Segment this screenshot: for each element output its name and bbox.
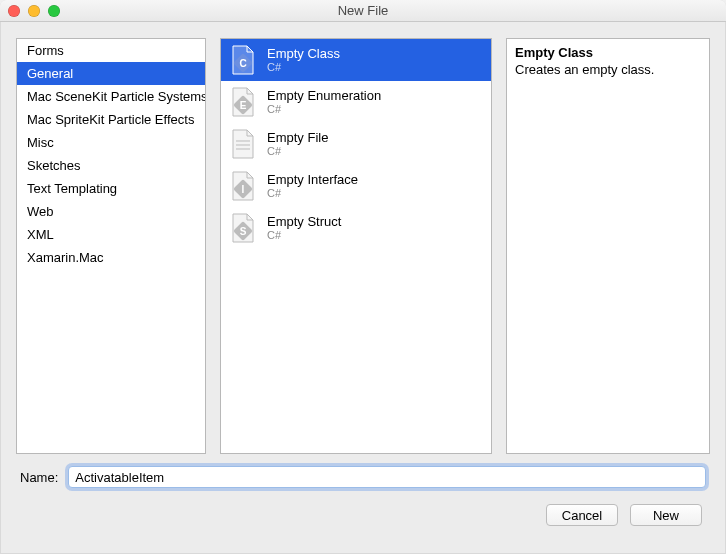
category-item[interactable]: Mac SceneKit Particle Systems [17,85,205,108]
template-lang: C# [267,103,381,116]
name-row: Name: [16,466,710,492]
cancel-button[interactable]: Cancel [546,504,618,526]
template-item[interactable]: Empty FileC# [221,123,491,165]
category-item[interactable]: Misc [17,131,205,154]
category-list[interactable]: FormsGeneralMac SceneKit Particle System… [16,38,206,454]
template-list[interactable]: C Empty ClassC# E Empty EnumerationC# Em… [220,38,492,454]
category-item[interactable]: Sketches [17,154,205,177]
template-file-icon: I [229,170,257,202]
template-name: Empty Class [267,46,340,62]
category-item[interactable]: Xamarin.Mac [17,246,205,269]
svg-text:S: S [240,226,247,237]
template-text: Empty StructC# [267,214,341,243]
template-item[interactable]: C Empty ClassC# [221,39,491,81]
template-text: Empty InterfaceC# [267,172,358,201]
category-item[interactable]: Mac SpriteKit Particle Effects [17,108,205,131]
template-file-icon: C [229,44,257,76]
titlebar: New File [0,0,726,22]
description-body: Creates an empty class. [515,62,701,77]
template-file-icon [229,128,257,160]
template-text: Empty EnumerationC# [267,88,381,117]
template-lang: C# [267,61,340,74]
template-lang: C# [267,187,358,200]
template-lang: C# [267,229,341,242]
template-file-icon: E [229,86,257,118]
name-input[interactable] [68,466,706,488]
template-file-icon: S [229,212,257,244]
new-file-dialog: New File FormsGeneralMac SceneKit Partic… [0,0,726,554]
description-title: Empty Class [515,45,701,60]
name-label: Name: [20,470,58,485]
template-text: Empty ClassC# [267,46,340,75]
svg-text:E: E [240,100,247,111]
category-item[interactable]: XML [17,223,205,246]
template-text: Empty FileC# [267,130,328,159]
footer: Cancel New [16,504,710,538]
window-title: New File [0,3,726,18]
category-item[interactable]: General [17,62,205,85]
template-item[interactable]: E Empty EnumerationC# [221,81,491,123]
template-item[interactable]: I Empty InterfaceC# [221,165,491,207]
svg-text:I: I [242,184,245,195]
category-item[interactable]: Forms [17,39,205,62]
svg-text:C: C [239,58,246,69]
new-button[interactable]: New [630,504,702,526]
template-name: Empty Enumeration [267,88,381,104]
description-panel: Empty Class Creates an empty class. [506,38,710,454]
category-item[interactable]: Text Templating [17,177,205,200]
template-name: Empty File [267,130,328,146]
template-name: Empty Struct [267,214,341,230]
template-item[interactable]: S Empty StructC# [221,207,491,249]
template-name: Empty Interface [267,172,358,188]
template-lang: C# [267,145,328,158]
category-item[interactable]: Web [17,200,205,223]
content-area: FormsGeneralMac SceneKit Particle System… [0,22,726,554]
panels: FormsGeneralMac SceneKit Particle System… [16,38,710,454]
